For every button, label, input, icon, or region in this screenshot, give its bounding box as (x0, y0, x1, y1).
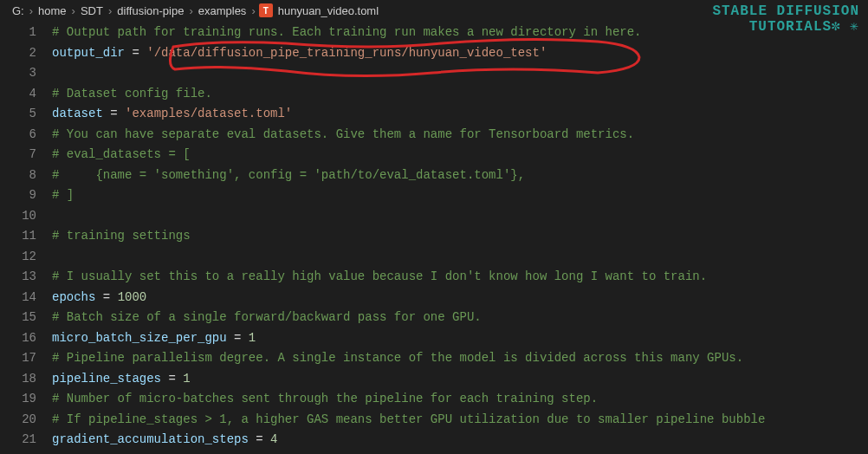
code-line[interactable]: micro_batch_size_per_gpu = 1 (52, 328, 868, 349)
line-number: 11 (0, 226, 36, 247)
code-line[interactable]: output_dir = '/data/diffusion_pipe_train… (52, 43, 868, 64)
code-line[interactable]: # Number of micro-batches sent through t… (52, 389, 868, 410)
line-number: 8 (0, 165, 36, 186)
line-number-gutter: 123456789101112131415161718192021 (0, 21, 52, 452)
code-line[interactable]: # training settings (52, 226, 868, 247)
code-line[interactable]: # eval_datasets = [ (52, 145, 868, 165)
line-number: 10 (0, 206, 36, 227)
line-number: 18 (0, 369, 36, 390)
watermark: STABLE DIFFUSION TUTORIALS✼ ✳ (712, 3, 859, 35)
line-number: 19 (0, 389, 36, 410)
code-line[interactable]: # ] (52, 185, 868, 206)
line-number: 13 (0, 267, 36, 288)
line-number: 2 (0, 43, 36, 64)
line-number: 6 (0, 125, 36, 146)
line-number: 20 (0, 410, 36, 431)
code-line[interactable]: # {name = 'something', config = 'path/to… (52, 165, 868, 186)
breadcrumb-item[interactable]: home (36, 4, 68, 17)
breadcrumb-file[interactable]: hunyuan_video.toml (276, 4, 380, 17)
chevron-right-icon: › (26, 4, 36, 17)
code-line[interactable]: # Dataset config file. (52, 84, 868, 105)
line-number: 21 (0, 430, 36, 451)
code-line[interactable] (52, 247, 868, 268)
line-number: 1 (0, 23, 36, 43)
breadcrumb-item[interactable]: SDT (79, 4, 105, 17)
code-line[interactable]: epochs = 1000 (52, 288, 868, 308)
line-number: 12 (0, 247, 36, 268)
code-line[interactable]: # You can have separate eval datasets. G… (52, 125, 868, 146)
chevron-right-icon: › (68, 4, 79, 17)
code-editor[interactable]: 123456789101112131415161718192021 # Outp… (0, 21, 868, 452)
chevron-right-icon: › (185, 4, 196, 17)
code-line[interactable] (52, 206, 868, 227)
code-line[interactable]: # Pipeline parallelism degree. A single … (52, 348, 868, 369)
code-line[interactable]: # I usually set this to a really high va… (52, 267, 868, 288)
breadcrumb-item[interactable]: G: (10, 4, 26, 17)
chevron-right-icon: › (105, 4, 115, 17)
chevron-right-icon: › (248, 4, 258, 17)
code-line[interactable]: pipeline_stages = 1 (52, 369, 868, 390)
code-line[interactable]: dataset = 'examples/dataset.toml' (52, 104, 868, 125)
line-number: 9 (0, 185, 36, 206)
code-line[interactable]: # If pipeline_stages > 1, a higher GAS m… (52, 410, 868, 431)
sparkle-icon: ✼ (832, 19, 841, 35)
code-line[interactable] (52, 63, 868, 84)
line-number: 17 (0, 348, 36, 369)
breadcrumb-item[interactable]: diffusion-pipe (115, 4, 185, 17)
watermark-line2: TUTORIALS (749, 19, 832, 35)
toml-file-icon: T (259, 3, 273, 17)
line-number: 5 (0, 104, 36, 125)
breadcrumb-item[interactable]: examples (197, 4, 249, 17)
sparkle-icon: ✳ (850, 19, 859, 35)
code-line[interactable]: gradient_accumulation_steps = 4 (52, 430, 868, 451)
line-number: 16 (0, 328, 36, 349)
code-line[interactable]: # Batch size of a single forward/backwar… (52, 308, 868, 328)
code-content[interactable]: # Output path for training runs. Each tr… (52, 21, 868, 452)
line-number: 14 (0, 288, 36, 308)
watermark-line1: STABLE DIFFUSION (712, 3, 859, 19)
line-number: 3 (0, 63, 36, 84)
line-number: 15 (0, 308, 36, 328)
line-number: 4 (0, 84, 36, 105)
line-number: 7 (0, 145, 36, 165)
